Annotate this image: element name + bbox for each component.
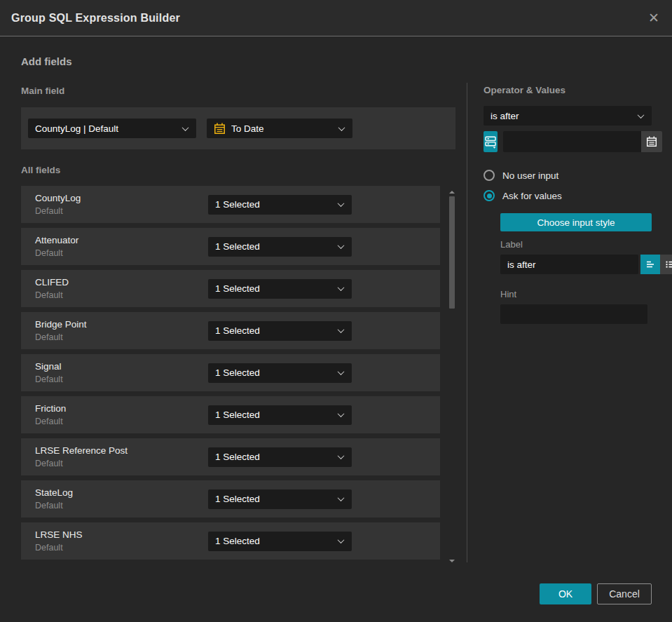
fields-column: Add fields Main field CountyLog | Defaul… bbox=[21, 36, 455, 564]
field-subtitle: Default bbox=[35, 332, 208, 342]
user-input-radios: No user input Ask for values bbox=[484, 170, 652, 201]
field-subtitle: Default bbox=[35, 248, 208, 258]
field-name: StateLog bbox=[35, 487, 208, 498]
radio-ask-for-values[interactable]: Ask for values bbox=[484, 190, 652, 201]
operator-select-value: is after bbox=[491, 111, 638, 121]
value-input[interactable] bbox=[503, 131, 641, 152]
field-selected-dropdown[interactable]: 1 Selected bbox=[208, 489, 352, 509]
field-selected-dropdown[interactable]: 1 Selected bbox=[208, 532, 352, 551]
field-selected-dropdown[interactable]: 1 Selected bbox=[208, 321, 352, 341]
field-subtitle: Default bbox=[35, 501, 208, 511]
hint-field-label: Hint bbox=[500, 289, 652, 299]
label-field-label: Label bbox=[500, 239, 652, 250]
label-input[interactable] bbox=[500, 255, 638, 274]
all-fields-label: All fields bbox=[21, 165, 455, 175]
field-name: CountyLog bbox=[35, 193, 208, 203]
chevron-down-icon bbox=[338, 284, 345, 291]
list-icon bbox=[664, 258, 672, 271]
field-name: Attenuator bbox=[35, 235, 208, 245]
align-left-icon bbox=[644, 258, 657, 271]
add-fields-heading: Add fields bbox=[21, 55, 455, 67]
chevron-down-icon bbox=[338, 452, 345, 459]
chevron-down-icon bbox=[338, 326, 345, 333]
main-field-select[interactable]: CountyLog | Default bbox=[28, 119, 196, 138]
field-selected-value: 1 Selected bbox=[215, 410, 338, 420]
close-icon[interactable]: ✕ bbox=[645, 10, 662, 27]
field-row[interactable]: LRSE Reference Post Default 1 Selected bbox=[21, 438, 440, 475]
field-selected-dropdown[interactable]: 1 Selected bbox=[208, 195, 352, 215]
field-row-meta: Attenuator Default bbox=[35, 235, 208, 258]
field-name: LRSE Reference Post bbox=[35, 445, 208, 456]
field-subtitle: Default bbox=[35, 543, 208, 553]
radio-unselected-icon[interactable] bbox=[484, 170, 495, 181]
input-style-toggle bbox=[640, 255, 672, 274]
field-subtitle: Default bbox=[35, 459, 208, 468]
main-field-date-value: To Date bbox=[231, 123, 334, 134]
radio-no-user-input[interactable]: No user input bbox=[484, 170, 652, 181]
field-row-meta: CLIFED Default bbox=[35, 277, 208, 300]
field-row-meta: StateLog Default bbox=[35, 487, 208, 511]
field-row[interactable]: StateLog Default 1 Selected bbox=[21, 480, 440, 518]
field-selected-dropdown[interactable]: 1 Selected bbox=[208, 405, 352, 425]
chevron-down-icon bbox=[338, 124, 345, 131]
scrollbar-down-arrow-icon[interactable] bbox=[449, 560, 455, 562]
calendar-icon bbox=[646, 136, 657, 147]
radio-no-user-input-label: No user input bbox=[502, 170, 558, 181]
radio-selected-icon[interactable] bbox=[484, 190, 495, 201]
field-row[interactable]: Friction Default 1 Selected bbox=[21, 396, 440, 433]
field-name: Friction bbox=[35, 403, 208, 414]
ok-button[interactable]: OK bbox=[540, 583, 591, 604]
field-row[interactable]: Bridge Point Default 1 Selected bbox=[21, 312, 440, 349]
field-row-meta: LRSE Reference Post Default bbox=[35, 445, 208, 468]
dialog-header: Group SQL Expression Builder ✕ bbox=[0, 0, 672, 36]
field-row-meta: Bridge Point Default bbox=[35, 319, 208, 342]
field-selected-value: 1 Selected bbox=[215, 367, 338, 378]
field-row-meta: LRSE NHS Default bbox=[35, 529, 208, 553]
field-selected-value: 1 Selected bbox=[215, 536, 338, 546]
field-selected-value: 1 Selected bbox=[215, 199, 338, 210]
main-field-select-value: CountyLog | Default bbox=[35, 123, 183, 134]
date-picker-button[interactable] bbox=[641, 131, 662, 152]
chevron-down-icon bbox=[338, 368, 345, 375]
scrollbar-up-arrow-icon[interactable] bbox=[449, 191, 455, 194]
radio-ask-for-values-label: Ask for values bbox=[502, 191, 562, 201]
label-field-row bbox=[500, 255, 652, 274]
group-sql-expression-builder-dialog: Group SQL Expression Builder ✕ Add field… bbox=[0, 0, 672, 622]
value-input-row bbox=[484, 131, 652, 152]
field-row-meta: Friction Default bbox=[35, 403, 208, 426]
unique-values-button[interactable] bbox=[484, 131, 498, 152]
hint-input[interactable] bbox=[500, 304, 647, 324]
field-row[interactable]: LRSE NHS Default 1 Selected bbox=[21, 522, 440, 560]
multi-value-style-button[interactable] bbox=[660, 255, 672, 274]
field-row[interactable]: CountyLog Default 1 Selected bbox=[21, 186, 440, 223]
field-selected-dropdown[interactable]: 1 Selected bbox=[208, 447, 352, 467]
main-field-label: Main field bbox=[21, 86, 455, 96]
main-field-date-select[interactable]: To Date bbox=[207, 119, 352, 138]
chevron-down-icon bbox=[182, 124, 189, 131]
vertical-divider bbox=[467, 83, 467, 562]
field-name: Signal bbox=[35, 361, 208, 372]
field-row[interactable]: Signal Default 1 Selected bbox=[21, 354, 440, 391]
operator-values-column: Operator & Values is after bbox=[484, 36, 652, 324]
field-selected-dropdown[interactable]: 1 Selected bbox=[208, 279, 352, 299]
field-row[interactable]: CLIFED Default 1 Selected bbox=[21, 270, 440, 307]
field-selected-value: 1 Selected bbox=[215, 325, 338, 336]
field-selected-dropdown[interactable]: 1 Selected bbox=[208, 237, 352, 257]
field-name: Bridge Point bbox=[35, 319, 208, 330]
field-row-meta: Signal Default bbox=[35, 361, 208, 384]
choose-input-style-button[interactable]: Choose input style bbox=[500, 213, 652, 231]
field-selected-value: 1 Selected bbox=[215, 494, 338, 504]
chevron-down-icon bbox=[338, 494, 345, 501]
field-row[interactable]: Attenuator Default 1 Selected bbox=[21, 228, 440, 265]
scrollbar-thumb[interactable] bbox=[449, 196, 455, 309]
field-selected-value: 1 Selected bbox=[215, 283, 338, 294]
operator-select[interactable]: is after bbox=[484, 106, 652, 126]
all-fields-list-wrap: CountyLog Default 1 Selected Attenuator … bbox=[21, 186, 455, 564]
cancel-button[interactable]: Cancel bbox=[597, 583, 652, 604]
list-scrollbar[interactable] bbox=[449, 186, 455, 560]
chevron-down-icon bbox=[338, 242, 345, 249]
single-value-style-button[interactable] bbox=[640, 255, 660, 274]
chevron-down-icon bbox=[638, 111, 645, 119]
dialog-title: Group SQL Expression Builder bbox=[0, 12, 180, 25]
field-selected-dropdown[interactable]: 1 Selected bbox=[208, 363, 352, 383]
